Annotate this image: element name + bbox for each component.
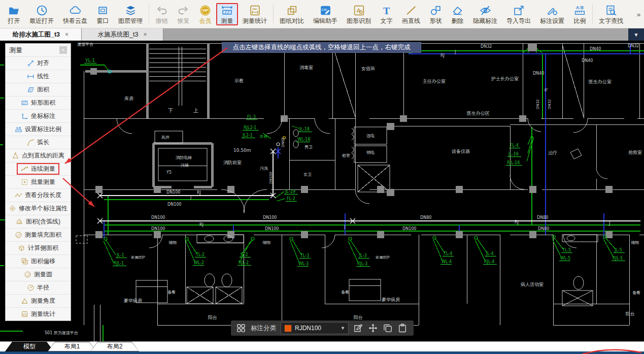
panel-item-segments[interactable]: 查看分段长度 <box>6 188 71 202</box>
panel-item-continuous[interactable]: 连续测量 <box>6 162 71 175</box>
panel-item-align[interactable]: 对齐 <box>6 56 71 70</box>
toolbar-button-label: 测量统计 <box>243 17 267 24</box>
layout-tab-2[interactable]: 布局2 <box>90 342 139 351</box>
toolbar-button-cloud[interactable]: 快看云盘 <box>58 3 92 25</box>
svg-text:J: J <box>608 221 610 226</box>
panel-item-modify[interactable]: 修改单个标注属性 <box>6 202 71 215</box>
paste-annotation-icon[interactable] <box>397 323 408 333</box>
find-text-icon <box>605 4 618 17</box>
toolbar-button-import-export[interactable]: 导入导出 <box>502 3 535 25</box>
segments-icon <box>15 191 22 199</box>
toolbar-button-hide-ann[interactable]: 隐藏标注 <box>468 3 502 25</box>
cad-canvas[interactable]: 屋顶平台YL-1库房下上消毒室女值班示教主任办公室护士长办公室医生办公室医生办公… <box>0 41 644 341</box>
toolbar-button-eraser[interactable]: 删除 <box>447 3 468 25</box>
panel-item-label: 测量圆 <box>34 270 52 279</box>
close-icon[interactable]: × <box>143 31 147 38</box>
window-icon <box>96 4 109 17</box>
doc-tab-label: 给排水施工图_t3 <box>13 30 60 39</box>
annotation-category-dropdown[interactable]: RJDN100 ▼ <box>281 322 349 334</box>
panel-item-label: 矩形面积 <box>31 99 55 107</box>
toolbar-button-label: 图纸对比 <box>280 17 304 24</box>
panel-item-coord[interactable]: 坐标标注 <box>6 109 71 122</box>
toolbar-button-more[interactable]: » <box>628 7 644 21</box>
toolbar-button-undo[interactable]: 撤销 <box>151 3 173 25</box>
copy-annotation-icon[interactable] <box>383 323 393 333</box>
toolbar-button-shape-recog[interactable]: 图形识别 <box>342 3 376 25</box>
toolbar-button-label: 导入导出 <box>506 17 531 24</box>
toolbar-button-clock[interactable]: 最近打开 <box>25 3 58 25</box>
redo-icon <box>177 4 190 17</box>
svg-text:储物: 储物 <box>631 240 639 245</box>
svg-text:JL-2: JL-2 <box>240 252 248 257</box>
toolbar-button-redo[interactable]: 恢复 <box>173 3 194 25</box>
svg-text:RJ: RJ <box>199 222 204 227</box>
toolbar-button-vip[interactable]: VIP会员 <box>194 3 216 25</box>
svg-text:FL-4: FL-4 <box>510 143 519 148</box>
panel-item-side-area[interactable]: 计算侧面积 <box>6 241 71 254</box>
close-icon[interactable]: × <box>65 31 69 38</box>
toolbar-button-layers[interactable]: 图层管理 <box>114 3 147 25</box>
svg-text:污洗: 污洗 <box>260 166 268 171</box>
close-icon[interactable]: × <box>59 46 67 54</box>
svg-text:DN80: DN80 <box>537 215 548 220</box>
svg-text:RJL-16: RJL-16 <box>507 160 520 165</box>
edit-annotation-icon[interactable] <box>353 323 363 333</box>
toolbar-button-draw-line[interactable]: 画直线 <box>397 3 425 25</box>
panel-item-label: 半径 <box>37 283 49 292</box>
panel-item-rect-area[interactable]: 矩形面积 <box>6 96 71 109</box>
toolbar-button-compare[interactable]: 图纸对比 <box>275 3 309 25</box>
toolbar-button-text-t[interactable]: T文字 <box>376 3 397 25</box>
panel-item-scale-ab[interactable]: A:B设置标注比例 <box>6 122 71 136</box>
svg-text:RJ: RJ <box>440 53 445 58</box>
panel-item-point-line[interactable]: 点到直线的距离 <box>6 149 71 162</box>
move-annotation-icon[interactable] <box>368 323 378 333</box>
blue-pipes-layer <box>104 43 644 239</box>
toolbar-button-find-text[interactable]: 文字查找 <box>594 3 628 25</box>
tab-overflow-button[interactable]: ▼ <box>628 28 644 41</box>
panel-item-angle[interactable]: 测量角度 <box>6 294 71 307</box>
svg-text:DN32: DN32 <box>548 99 552 109</box>
svg-text:治疗: 治疗 <box>548 150 557 155</box>
layout-tab-label: 模型 <box>6 342 53 351</box>
panel-item-area-arc[interactable]: 面积(含弧线) <box>6 215 71 228</box>
svg-text:女值班: 女值班 <box>361 66 375 71</box>
panel-item-linear[interactable]: 线性 <box>6 70 71 83</box>
svg-text:护士长办公室: 护士长办公室 <box>491 76 519 81</box>
cad-text-labels: 屋顶平台YL-1库房下上消毒室女值班示教主任办公室护士长办公室医生办公室医生办公… <box>45 42 642 335</box>
panel-item-radius[interactable]: 半径 <box>6 281 71 294</box>
panel-item-label: 面积偏移 <box>31 257 55 266</box>
toolbar-button-ann-settings[interactable]: 标注设置 <box>535 3 569 25</box>
main-toolbar: 打开最近打开快看云盘窗口图层管理撤销恢复VIP会员测量测量统计图纸对比CAD编辑… <box>0 0 644 28</box>
shape-icon <box>429 4 442 17</box>
toolbar-button-label: 恢复 <box>178 17 190 24</box>
toolbar-button-measure-stats[interactable]: 测量统计 <box>238 3 272 25</box>
toolbar-button-window[interactable]: 窗口 <box>92 3 114 25</box>
doc-tab-1[interactable]: 水施系统图_t3× <box>82 28 163 41</box>
panel-item-label: 批量测量 <box>31 178 55 186</box>
svg-text:JL-16: JL-16 <box>508 152 519 156</box>
svg-text:上: 上 <box>193 108 198 113</box>
panel-item-stats[interactable]: 测量统计 <box>6 307 71 320</box>
svg-text:WL-3: WL-3 <box>298 262 309 266</box>
panel-item-batch[interactable]: 批量测量 <box>6 175 71 188</box>
grid-icon[interactable] <box>236 323 246 333</box>
panel-item-offset[interactable]: 面积偏移 <box>6 254 71 268</box>
layout-tab-1[interactable]: 布局1 <box>48 342 96 351</box>
panel-item-circle-m[interactable]: 测量圆 <box>6 268 71 281</box>
toolbar-button-measure[interactable]: 测量 <box>216 3 238 25</box>
panel-item-arc[interactable]: 弧长 <box>6 136 71 149</box>
toolbar-button-folder[interactable]: 打开 <box>3 3 25 25</box>
layout-tab-0[interactable]: 模型 <box>5 342 54 351</box>
doc-tab-0[interactable]: 给排水施工图_t3× <box>0 28 82 41</box>
svg-text:JL-4: JL-4 <box>486 251 494 256</box>
panel-item-fill-area[interactable]: 测量填充面积 <box>6 228 71 241</box>
toolbar-button-scale[interactable]: A:B比例 <box>569 3 591 25</box>
panel-item-area[interactable]: 面积 <box>6 83 71 96</box>
category-color-swatch <box>284 325 292 332</box>
svg-text:JL2-1: JL2-1 <box>242 133 253 138</box>
toolbar-button-shape[interactable]: 形状 <box>425 3 447 25</box>
annotation-category-bar: 标注分类 RJDN100 ▼ <box>231 320 414 336</box>
svg-text:女卫: 女卫 <box>303 172 312 177</box>
hide-ann-icon <box>479 4 492 17</box>
toolbar-button-edit-assistant[interactable]: CAD编辑助手 <box>309 3 342 25</box>
